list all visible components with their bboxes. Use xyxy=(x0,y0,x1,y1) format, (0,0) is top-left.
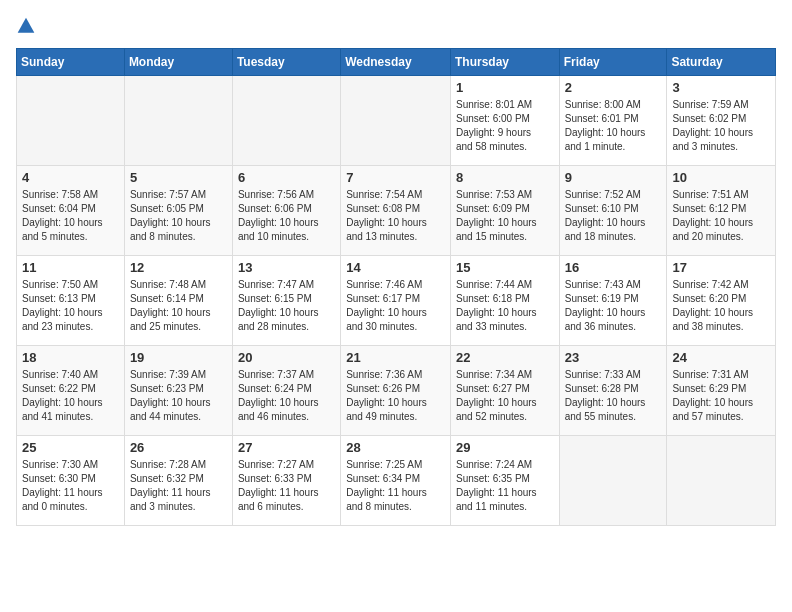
day-info: Sunrise: 7:24 AM Sunset: 6:35 PM Dayligh… xyxy=(456,458,554,514)
calendar-cell: 1Sunrise: 8:01 AM Sunset: 6:00 PM Daylig… xyxy=(450,76,559,166)
calendar-cell: 9Sunrise: 7:52 AM Sunset: 6:10 PM Daylig… xyxy=(559,166,667,256)
day-info: Sunrise: 7:48 AM Sunset: 6:14 PM Dayligh… xyxy=(130,278,227,334)
calendar-cell xyxy=(667,436,776,526)
day-number: 7 xyxy=(346,170,445,185)
day-number: 15 xyxy=(456,260,554,275)
day-info: Sunrise: 7:37 AM Sunset: 6:24 PM Dayligh… xyxy=(238,368,335,424)
calendar-cell: 23Sunrise: 7:33 AM Sunset: 6:28 PM Dayli… xyxy=(559,346,667,436)
day-number: 13 xyxy=(238,260,335,275)
day-info: Sunrise: 7:47 AM Sunset: 6:15 PM Dayligh… xyxy=(238,278,335,334)
calendar-table: SundayMondayTuesdayWednesdayThursdayFrid… xyxy=(16,48,776,526)
day-info: Sunrise: 7:59 AM Sunset: 6:02 PM Dayligh… xyxy=(672,98,770,154)
day-number: 21 xyxy=(346,350,445,365)
day-info: Sunrise: 7:36 AM Sunset: 6:26 PM Dayligh… xyxy=(346,368,445,424)
day-number: 14 xyxy=(346,260,445,275)
calendar-cell: 18Sunrise: 7:40 AM Sunset: 6:22 PM Dayli… xyxy=(17,346,125,436)
day-info: Sunrise: 7:56 AM Sunset: 6:06 PM Dayligh… xyxy=(238,188,335,244)
calendar-cell: 25Sunrise: 7:30 AM Sunset: 6:30 PM Dayli… xyxy=(17,436,125,526)
day-info: Sunrise: 8:01 AM Sunset: 6:00 PM Dayligh… xyxy=(456,98,554,154)
day-of-week-header: Sunday xyxy=(17,49,125,76)
day-info: Sunrise: 7:34 AM Sunset: 6:27 PM Dayligh… xyxy=(456,368,554,424)
calendar-cell: 24Sunrise: 7:31 AM Sunset: 6:29 PM Dayli… xyxy=(667,346,776,436)
calendar-week-row: 1Sunrise: 8:01 AM Sunset: 6:00 PM Daylig… xyxy=(17,76,776,166)
day-of-week-header: Monday xyxy=(124,49,232,76)
day-number: 16 xyxy=(565,260,662,275)
calendar-cell: 28Sunrise: 7:25 AM Sunset: 6:34 PM Dayli… xyxy=(341,436,451,526)
day-info: Sunrise: 7:51 AM Sunset: 6:12 PM Dayligh… xyxy=(672,188,770,244)
calendar-cell: 11Sunrise: 7:50 AM Sunset: 6:13 PM Dayli… xyxy=(17,256,125,346)
calendar-cell: 19Sunrise: 7:39 AM Sunset: 6:23 PM Dayli… xyxy=(124,346,232,436)
day-number: 17 xyxy=(672,260,770,275)
day-info: Sunrise: 7:58 AM Sunset: 6:04 PM Dayligh… xyxy=(22,188,119,244)
day-number: 12 xyxy=(130,260,227,275)
day-number: 5 xyxy=(130,170,227,185)
calendar-cell: 29Sunrise: 7:24 AM Sunset: 6:35 PM Dayli… xyxy=(450,436,559,526)
calendar-cell: 10Sunrise: 7:51 AM Sunset: 6:12 PM Dayli… xyxy=(667,166,776,256)
calendar-cell xyxy=(559,436,667,526)
calendar-cell xyxy=(341,76,451,166)
day-number: 19 xyxy=(130,350,227,365)
logo-icon xyxy=(16,16,36,36)
page-header xyxy=(16,16,776,36)
calendar-cell xyxy=(17,76,125,166)
day-number: 28 xyxy=(346,440,445,455)
day-number: 9 xyxy=(565,170,662,185)
calendar-week-row: 25Sunrise: 7:30 AM Sunset: 6:30 PM Dayli… xyxy=(17,436,776,526)
calendar-cell: 7Sunrise: 7:54 AM Sunset: 6:08 PM Daylig… xyxy=(341,166,451,256)
calendar-cell: 21Sunrise: 7:36 AM Sunset: 6:26 PM Dayli… xyxy=(341,346,451,436)
calendar-cell: 16Sunrise: 7:43 AM Sunset: 6:19 PM Dayli… xyxy=(559,256,667,346)
calendar-cell: 14Sunrise: 7:46 AM Sunset: 6:17 PM Dayli… xyxy=(341,256,451,346)
calendar-week-row: 11Sunrise: 7:50 AM Sunset: 6:13 PM Dayli… xyxy=(17,256,776,346)
day-number: 26 xyxy=(130,440,227,455)
day-number: 2 xyxy=(565,80,662,95)
day-of-week-header: Saturday xyxy=(667,49,776,76)
day-number: 25 xyxy=(22,440,119,455)
day-number: 11 xyxy=(22,260,119,275)
svg-marker-0 xyxy=(18,18,35,33)
day-number: 18 xyxy=(22,350,119,365)
day-number: 29 xyxy=(456,440,554,455)
day-number: 4 xyxy=(22,170,119,185)
day-number: 1 xyxy=(456,80,554,95)
calendar-cell xyxy=(124,76,232,166)
calendar-cell: 6Sunrise: 7:56 AM Sunset: 6:06 PM Daylig… xyxy=(232,166,340,256)
day-number: 8 xyxy=(456,170,554,185)
day-info: Sunrise: 7:30 AM Sunset: 6:30 PM Dayligh… xyxy=(22,458,119,514)
days-header-row: SundayMondayTuesdayWednesdayThursdayFrid… xyxy=(17,49,776,76)
day-info: Sunrise: 7:57 AM Sunset: 6:05 PM Dayligh… xyxy=(130,188,227,244)
calendar-cell: 27Sunrise: 7:27 AM Sunset: 6:33 PM Dayli… xyxy=(232,436,340,526)
day-info: Sunrise: 8:00 AM Sunset: 6:01 PM Dayligh… xyxy=(565,98,662,154)
day-number: 24 xyxy=(672,350,770,365)
day-info: Sunrise: 7:43 AM Sunset: 6:19 PM Dayligh… xyxy=(565,278,662,334)
day-info: Sunrise: 7:50 AM Sunset: 6:13 PM Dayligh… xyxy=(22,278,119,334)
day-info: Sunrise: 7:46 AM Sunset: 6:17 PM Dayligh… xyxy=(346,278,445,334)
calendar-cell xyxy=(232,76,340,166)
day-number: 20 xyxy=(238,350,335,365)
day-of-week-header: Thursday xyxy=(450,49,559,76)
calendar-week-row: 4Sunrise: 7:58 AM Sunset: 6:04 PM Daylig… xyxy=(17,166,776,256)
calendar-cell: 8Sunrise: 7:53 AM Sunset: 6:09 PM Daylig… xyxy=(450,166,559,256)
day-info: Sunrise: 7:25 AM Sunset: 6:34 PM Dayligh… xyxy=(346,458,445,514)
day-info: Sunrise: 7:40 AM Sunset: 6:22 PM Dayligh… xyxy=(22,368,119,424)
day-info: Sunrise: 7:44 AM Sunset: 6:18 PM Dayligh… xyxy=(456,278,554,334)
day-info: Sunrise: 7:27 AM Sunset: 6:33 PM Dayligh… xyxy=(238,458,335,514)
calendar-cell: 2Sunrise: 8:00 AM Sunset: 6:01 PM Daylig… xyxy=(559,76,667,166)
logo xyxy=(16,16,40,36)
calendar-cell: 13Sunrise: 7:47 AM Sunset: 6:15 PM Dayli… xyxy=(232,256,340,346)
day-info: Sunrise: 7:54 AM Sunset: 6:08 PM Dayligh… xyxy=(346,188,445,244)
day-info: Sunrise: 7:42 AM Sunset: 6:20 PM Dayligh… xyxy=(672,278,770,334)
calendar-cell: 4Sunrise: 7:58 AM Sunset: 6:04 PM Daylig… xyxy=(17,166,125,256)
day-number: 23 xyxy=(565,350,662,365)
day-of-week-header: Wednesday xyxy=(341,49,451,76)
calendar-cell: 20Sunrise: 7:37 AM Sunset: 6:24 PM Dayli… xyxy=(232,346,340,436)
day-number: 22 xyxy=(456,350,554,365)
calendar-cell: 15Sunrise: 7:44 AM Sunset: 6:18 PM Dayli… xyxy=(450,256,559,346)
day-number: 6 xyxy=(238,170,335,185)
day-info: Sunrise: 7:52 AM Sunset: 6:10 PM Dayligh… xyxy=(565,188,662,244)
calendar-week-row: 18Sunrise: 7:40 AM Sunset: 6:22 PM Dayli… xyxy=(17,346,776,436)
day-number: 3 xyxy=(672,80,770,95)
calendar-cell: 17Sunrise: 7:42 AM Sunset: 6:20 PM Dayli… xyxy=(667,256,776,346)
day-number: 27 xyxy=(238,440,335,455)
day-of-week-header: Friday xyxy=(559,49,667,76)
day-info: Sunrise: 7:53 AM Sunset: 6:09 PM Dayligh… xyxy=(456,188,554,244)
